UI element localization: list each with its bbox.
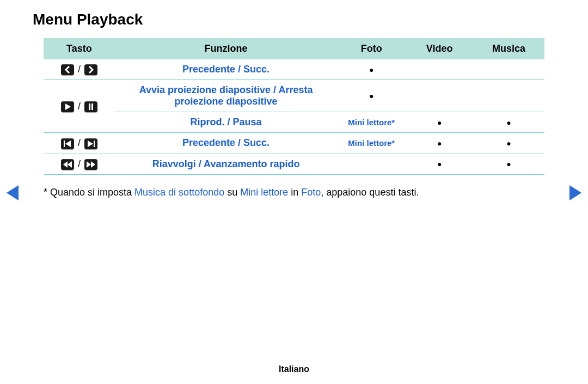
footnote: * Quando si imposta Musica di sottofondo…	[44, 187, 555, 198]
playback-table: Tasto Funzione Foto Video Musica /	[44, 38, 544, 175]
cell-video	[406, 59, 474, 80]
cell-video: ●	[406, 112, 474, 133]
slash: /	[78, 64, 83, 75]
rewind-icon	[61, 159, 74, 170]
note-suffix: , appaiono questi tasti.	[321, 187, 419, 198]
cell-tasto: /	[44, 80, 115, 133]
fast-forward-icon	[84, 159, 97, 170]
svg-marker-0	[65, 103, 71, 110]
svg-marker-9	[87, 161, 91, 168]
table-row: / Avvia proiezione diapositive / Arresta…	[44, 80, 544, 112]
svg-rect-6	[94, 141, 95, 147]
svg-marker-8	[68, 161, 72, 168]
note-mid2: in	[288, 187, 301, 198]
cell-tasto: /	[44, 133, 115, 154]
play-icon	[61, 101, 74, 112]
slash: /	[78, 101, 83, 112]
table-row: / Precedente / Succ. ●	[44, 59, 544, 80]
note-term-b: Mini lettore	[240, 187, 288, 198]
th-funzione: Funzione	[114, 39, 337, 59]
svg-marker-4	[65, 141, 71, 147]
nav-prev-icon[interactable]	[7, 185, 19, 200]
cell-musica	[474, 80, 544, 112]
cell-video: ●	[406, 133, 474, 154]
cell-funzione: Precedente / Succ.	[114, 133, 337, 154]
th-video: Video	[406, 39, 474, 59]
cell-musica: ●	[474, 133, 544, 154]
cell-funzione: Riavvolgi / Avanzamento rapido	[114, 154, 337, 174]
cell-funzione: Riprod. / Pausa	[114, 112, 337, 133]
svg-rect-2	[91, 103, 93, 110]
cell-musica: ●	[474, 112, 544, 133]
chevron-right-icon	[84, 64, 97, 75]
th-foto: Foto	[338, 39, 406, 59]
language-label: Italiano	[0, 364, 588, 374]
cell-video: ●	[406, 154, 474, 174]
nav-next-icon[interactable]	[569, 185, 581, 200]
cell-musica	[474, 59, 544, 80]
table-row: / Precedente / Succ. Mini lettore* ● ●	[44, 133, 544, 154]
svg-marker-7	[63, 161, 68, 168]
svg-rect-3	[64, 141, 65, 147]
cell-funzione: Precedente / Succ.	[114, 59, 337, 80]
cell-funzione: Avvia proiezione diapositive / Arresta p…	[114, 80, 337, 112]
cell-foto: ●	[338, 80, 406, 112]
chevron-left-icon	[61, 64, 74, 75]
page-title: Menu Playback	[33, 11, 555, 28]
svg-rect-1	[89, 103, 90, 110]
svg-marker-10	[91, 161, 95, 168]
cell-tasto: /	[44, 59, 115, 80]
note-term-c: Foto	[301, 187, 321, 198]
table-header-row: Tasto Funzione Foto Video Musica	[44, 39, 544, 59]
skip-back-icon	[61, 138, 74, 149]
table-row: Riprod. / Pausa Mini lettore* ● ●	[44, 112, 544, 133]
cell-foto: Mini lettore*	[338, 133, 406, 154]
th-musica: Musica	[474, 39, 544, 59]
slash: /	[78, 159, 83, 169]
table-row: / Riavvolgi / Avanzamento rapido ● ●	[44, 154, 544, 174]
svg-marker-5	[88, 141, 93, 147]
note-prefix: * Quando si imposta	[44, 187, 134, 198]
cell-video	[406, 80, 474, 112]
note-term-a: Musica di sottofondo	[134, 187, 224, 198]
cell-foto: ●	[338, 59, 406, 80]
cell-tasto: /	[44, 154, 115, 174]
skip-forward-icon	[84, 138, 97, 149]
cell-musica: ●	[474, 154, 544, 174]
cell-foto	[338, 154, 406, 174]
cell-foto: Mini lettore*	[338, 112, 406, 133]
th-tasto: Tasto	[44, 39, 115, 59]
pause-icon	[84, 101, 97, 112]
slash: /	[78, 137, 83, 148]
note-mid1: su	[224, 187, 240, 198]
